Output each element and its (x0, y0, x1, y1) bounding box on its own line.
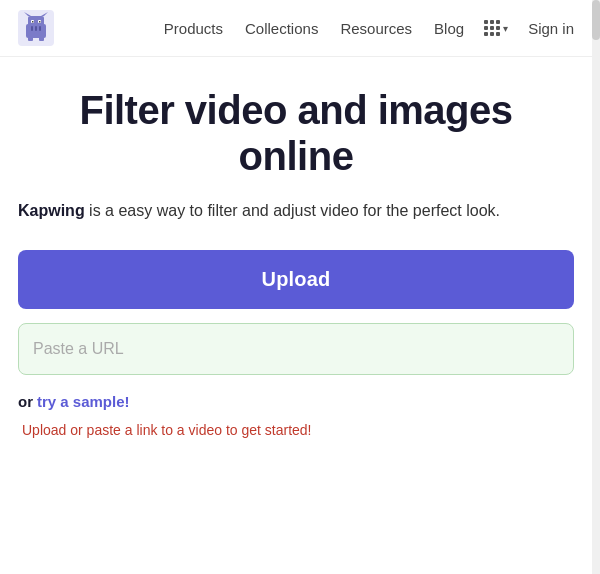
logo-icon (18, 10, 54, 46)
try-sample-link[interactable]: try a sample! (37, 393, 130, 410)
url-input[interactable] (18, 323, 574, 375)
main-nav: Products Collections Resources Blog ▾ Si… (156, 16, 582, 41)
nav-products[interactable]: Products (156, 16, 231, 41)
svg-rect-9 (31, 26, 33, 31)
or-text: or (18, 393, 33, 410)
nav-apps-button[interactable]: ▾ (478, 16, 514, 40)
subtitle-text: is a easy way to filter and adjust video… (85, 202, 500, 219)
scrollbar-thumb[interactable] (592, 0, 600, 40)
svg-rect-13 (39, 36, 44, 41)
nav-sign-in[interactable]: Sign in (520, 16, 582, 41)
hero-title: Filter video and images online (18, 87, 574, 179)
nav-collections[interactable]: Collections (237, 16, 326, 41)
svg-rect-11 (39, 26, 41, 31)
scrollbar[interactable] (592, 0, 600, 574)
grid-dots-icon (484, 20, 500, 36)
nav-resources[interactable]: Resources (332, 16, 420, 41)
hero-subtitle: Kapwing is a easy way to filter and adju… (18, 199, 574, 224)
header: Products Collections Resources Blog ▾ Si… (0, 0, 600, 57)
upload-button[interactable]: Upload (18, 250, 574, 309)
logo-container[interactable] (18, 10, 54, 46)
sample-row: or try a sample! (18, 393, 574, 410)
nav-blog[interactable]: Blog (426, 16, 472, 41)
brand-name: Kapwing (18, 202, 85, 219)
svg-rect-10 (35, 26, 37, 31)
svg-rect-12 (28, 36, 33, 41)
chevron-down-icon: ▾ (503, 23, 508, 34)
main-content: Filter video and images online Kapwing i… (0, 57, 592, 458)
helper-text: Upload or paste a link to a video to get… (18, 422, 574, 438)
svg-rect-8 (39, 21, 41, 23)
svg-rect-7 (32, 21, 34, 23)
